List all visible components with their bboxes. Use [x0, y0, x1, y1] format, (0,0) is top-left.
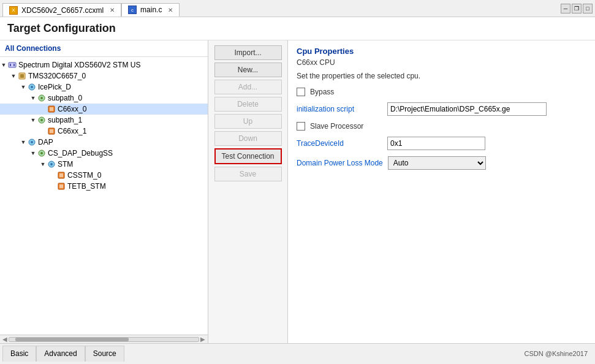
init-script-link[interactable]: initialization script — [297, 105, 382, 113]
test-connection-button[interactable]: Test Connection — [214, 148, 282, 164]
expand-icon-c66xx0[interactable] — [39, 105, 47, 113]
tab-mainc-label: main.c — [140, 6, 162, 14]
expand-icon-spectrum[interactable]: ▼ — [0, 61, 7, 69]
domain-power-loss-select[interactable]: Auto Manual None — [388, 156, 486, 170]
expand-icon-tms[interactable]: ▼ — [10, 72, 17, 80]
bottom-tabs: Basic Advanced Source CSDN @Kshine2017 — [0, 343, 595, 363]
tab-source[interactable]: Source — [85, 346, 124, 362]
bypass-checkbox[interactable] — [297, 88, 305, 96]
tab-ccxml[interactable]: X XDC560v2_C6657.ccxml ✕ — [2, 3, 121, 17]
svg-point-6 — [31, 86, 33, 88]
right-panel: Cpu Properties C66xx CPU Set the propert… — [288, 40, 595, 343]
tree-label-tms: TMS320C6657_0 — [27, 72, 86, 80]
tree-item-cs-dap[interactable]: ▼ CS_DAP_DebugSS — [0, 148, 208, 159]
tree-label-dap: DAP — [37, 138, 53, 146]
expand-icon-cs-dap[interactable]: ▼ — [29, 150, 37, 157]
tree-label-c66xx0: C66xx_0 — [56, 105, 86, 113]
left-scrollbar[interactable]: ◀ ▶ — [0, 335, 208, 343]
cpu-properties-title: Cpu Properties — [297, 47, 586, 56]
c-icon: c — [128, 6, 137, 14]
subpath-icon-0 — [37, 93, 47, 103]
connection-tree[interactable]: ▼ Spectrum Digital XDS560V2 STM US ▼ TMS… — [0, 57, 208, 335]
trace-device-id-input[interactable] — [387, 137, 485, 150]
tree-item-tetb-stm[interactable]: TETB_STM — [0, 181, 208, 192]
action-buttons-panel: Import... New... Add... Delete Up Down T… — [208, 40, 288, 343]
trace-device-row: TraceDeviceId — [297, 137, 586, 150]
status-text: CSDN @Kshine2017 — [525, 350, 593, 357]
slave-processor-row: Slave Processor — [297, 122, 586, 131]
tree-item-dap[interactable]: ▼ DAP — [0, 137, 208, 148]
tree-item-stm[interactable]: ▼ STM — [0, 159, 208, 170]
tree-item-subpath0[interactable]: ▼ subpath_0 — [0, 93, 208, 104]
tab-ccxml-label: XDC560v2_C6657.ccxml — [21, 6, 104, 15]
tab-ccxml-close[interactable]: ✕ — [110, 7, 115, 13]
tab-basic[interactable]: Basic — [2, 346, 36, 362]
save-button[interactable]: Save — [214, 167, 282, 181]
scrollbar-thumb[interactable] — [15, 338, 129, 341]
svg-point-12 — [40, 119, 43, 121]
tree-label-icepick: IcePick_D — [37, 83, 71, 91]
down-button[interactable]: Down — [214, 131, 282, 146]
new-button[interactable]: New... — [214, 63, 282, 77]
svg-rect-1 — [10, 64, 11, 66]
expand-icon-subpath1[interactable]: ▼ — [29, 116, 37, 124]
up-button[interactable]: Up — [214, 114, 282, 129]
svg-point-16 — [31, 141, 33, 143]
tree-label-cs-dap: CS_DAP_DebugSS — [47, 149, 113, 157]
cpu-icon-c66xx1 — [47, 126, 56, 136]
module-icon-stm — [47, 159, 56, 169]
add-button[interactable]: Add... — [214, 80, 282, 94]
tab-advanced[interactable]: Advanced — [36, 346, 85, 362]
tab-mainc-close[interactable]: ✕ — [168, 7, 173, 13]
svg-rect-14 — [50, 129, 53, 133]
expand-icon-tetb-stm[interactable] — [49, 183, 56, 190]
init-script-input[interactable] — [387, 102, 547, 116]
tree-label-tetb-stm: TETB_STM — [66, 182, 106, 191]
bypass-row: Bypass — [297, 88, 586, 96]
domain-power-loss-label: Domain Power Loss Mode — [297, 159, 383, 167]
tree-item-csstm0[interactable]: CSSTM_0 — [0, 170, 208, 181]
scroll-left-btn[interactable]: ◀ — [1, 336, 9, 343]
svg-rect-4 — [20, 74, 24, 78]
svg-rect-2 — [13, 64, 15, 66]
tab-source-label: Source — [93, 349, 116, 358]
expand-icon-subpath0[interactable]: ▼ — [29, 94, 37, 102]
import-button[interactable]: Import... — [214, 45, 282, 60]
delete-button[interactable]: Delete — [214, 97, 282, 112]
tree-item-icepick[interactable]: ▼ IcePick_D — [0, 82, 208, 93]
tree-item-c66xx0[interactable]: C66xx_0 — [0, 104, 208, 115]
expand-icon-stm[interactable]: ▼ — [39, 161, 47, 168]
maximize-button[interactable]: □ — [583, 4, 593, 13]
expand-icon-icepick[interactable]: ▼ — [20, 83, 27, 91]
subpath-icon-1 — [37, 115, 47, 125]
tab-basic-label: Basic — [10, 349, 28, 358]
restore-button[interactable]: ❐ — [572, 4, 582, 13]
domain-power-loss-row: Domain Power Loss Mode Auto Manual None — [297, 156, 586, 170]
minimize-button[interactable]: ─ — [561, 4, 570, 13]
cpu-icon-tetb-stm — [56, 181, 66, 191]
page-title: Target Configuration — [7, 22, 588, 35]
trace-device-id-link[interactable]: TraceDeviceId — [297, 139, 382, 148]
tree-item-tms[interactable]: ▼ TMS320C6657_0 — [0, 70, 208, 82]
scrollbar-track[interactable] — [9, 337, 199, 342]
page-header: Target Configuration — [0, 17, 595, 40]
title-tabs: X XDC560v2_C6657.ccxml ✕ c main.c ✕ — [2, 0, 180, 17]
tree-item-subpath1[interactable]: ▼ subpath_1 — [0, 115, 208, 126]
tree-item-c66xx1[interactable]: C66xx_1 — [0, 126, 208, 137]
expand-icon-dap[interactable]: ▼ — [20, 138, 27, 146]
scroll-right-btn[interactable]: ▶ — [199, 336, 207, 343]
subpath-icon-csdap — [37, 148, 47, 158]
svg-rect-24 — [59, 184, 63, 188]
tab-mainc[interactable]: c main.c ✕ — [121, 3, 180, 17]
svg-point-8 — [40, 97, 43, 99]
slave-processor-checkbox[interactable] — [297, 122, 305, 131]
tree-item-spectrum[interactable]: ▼ Spectrum Digital XDS560V2 STM US — [0, 59, 208, 70]
tree-label-subpath0: subpath_0 — [47, 94, 82, 102]
expand-icon-c66xx1[interactable] — [39, 127, 47, 135]
tree-label-spectrum: Spectrum Digital XDS560V2 STM US — [17, 61, 140, 69]
svg-rect-0 — [9, 63, 16, 67]
processor-icon — [17, 71, 27, 81]
expand-icon-csstm0[interactable] — [49, 172, 56, 179]
slave-processor-label: Slave Processor — [310, 122, 363, 131]
cpu-description: Set the properties of the selected cpu. — [297, 72, 586, 80]
